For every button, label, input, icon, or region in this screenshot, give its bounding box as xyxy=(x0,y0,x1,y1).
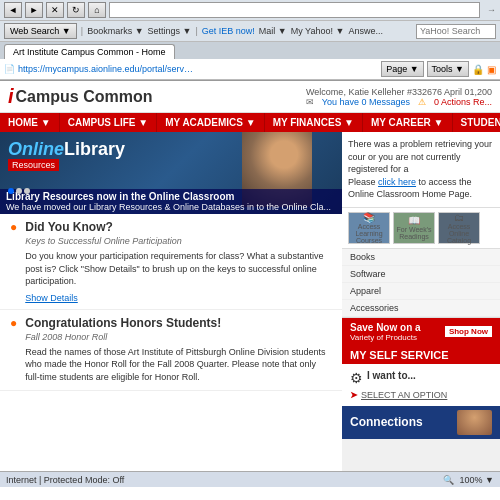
yahoo-search-input[interactable] xyxy=(416,24,496,39)
hero-dot-3[interactable] xyxy=(24,188,30,194)
browser-chrome: ◄ ► ✕ ↻ ⌂ https://mycampus.aionline.edu/… xyxy=(0,0,500,81)
sidebar-links: Books Software Apparel Accessories xyxy=(342,249,500,318)
nav-home[interactable]: HOME ▼ xyxy=(0,113,60,132)
browser-nav-bar: ◄ ► ✕ ↻ ⌂ https://mycampus.aionline.edu/… xyxy=(0,0,500,21)
notice-text: There was a problem retrieving your cour… xyxy=(348,139,492,174)
thumb-online-catalog[interactable]: 🗂 Access Online Catalog xyxy=(438,212,480,244)
actions-link[interactable]: 0 Actions Re... xyxy=(434,97,492,107)
hero-banner: OnlineLibrary Resources Library Resource… xyxy=(0,132,342,214)
did-you-know-text: Do you know your participation requireme… xyxy=(25,250,332,288)
caption-text: We have moved our Library Resources & On… xyxy=(6,202,336,212)
did-you-know-subtitle: Keys to Successful Online Participation xyxy=(25,236,332,246)
online-library-logo: OnlineLibrary Resources xyxy=(8,140,125,171)
hero-dots xyxy=(8,188,30,194)
messages-icon: ✉ xyxy=(306,97,314,107)
zoom-icon: 🔍 xyxy=(443,475,454,485)
sidebar-link-software[interactable]: Software xyxy=(342,266,500,283)
page-address-label: https://mycampus.aionline.edu/portal/ser… xyxy=(18,64,197,74)
online-text: Online xyxy=(8,139,64,159)
hero-dot-2[interactable] xyxy=(16,188,22,194)
congratulations-section: ● Congratulations Honors Students! Fall … xyxy=(0,310,342,391)
answers-link[interactable]: Answe... xyxy=(348,26,383,36)
connections-title: Connections xyxy=(350,415,423,429)
save-now-banner[interactable]: Save Now on a Variety of Products Shop N… xyxy=(342,318,500,346)
back-button[interactable]: ◄ xyxy=(4,2,22,18)
self-service-body: ⚙ I want to... ➤ SELECT AN OPTION xyxy=(342,364,500,406)
select-option-label: SELECT AN OPTION xyxy=(361,390,447,400)
thumb-courses-icon: 📚 xyxy=(363,212,375,223)
active-tab[interactable]: Art Institute Campus Common - Home xyxy=(4,44,175,59)
thumb-weekly-readings[interactable]: 📖 For Week's Readings xyxy=(393,212,435,244)
nav-my-career[interactable]: MY CAREER ▼ xyxy=(363,113,453,132)
select-option-dropdown[interactable]: ➤ SELECT AN OPTION xyxy=(350,390,492,400)
hero-caption: Library Resources now in the Online Clas… xyxy=(0,189,342,214)
status-icons: 🔍 100% ▼ xyxy=(443,475,494,485)
settings-menu[interactable]: Settings ▼ xyxy=(148,26,192,36)
i-want-to-label: I want to... xyxy=(367,370,416,381)
my-self-service-title: MY SELF SERVICE xyxy=(350,349,492,361)
my-yahoo-menu[interactable]: My Yahoo! ▼ xyxy=(291,26,345,36)
shop-now-button[interactable]: Shop Now xyxy=(445,326,492,337)
library-text: Library xyxy=(64,139,125,159)
page-icon: 📄 xyxy=(4,64,15,74)
status-bar: Internet | Protected Mode: Off 🔍 100% ▼ xyxy=(0,471,500,487)
refresh-button[interactable]: ↻ xyxy=(67,2,85,18)
sidebar-link-apparel[interactable]: Apparel xyxy=(342,283,500,300)
did-you-know-title: Did You Know? xyxy=(25,220,332,234)
safety-icon: 🔒 xyxy=(472,64,484,75)
search-bar: https://mycampus.aionline.edu/portal/ser… xyxy=(109,2,496,18)
get-ieb-link[interactable]: Get IEB now! xyxy=(202,26,255,36)
rss-icon: ▣ xyxy=(487,64,496,75)
mail-menu[interactable]: Mail ▼ xyxy=(259,26,287,36)
main-nav: HOME ▼ CAMPUS LIFE ▼ MY ACADEMICS ▼ MY F… xyxy=(0,113,500,132)
left-content: OnlineLibrary Resources Library Resource… xyxy=(0,132,342,471)
page-content: i Campus Common Welcome, Katie Kelleher … xyxy=(0,81,500,471)
thumb-courses-label: Access Learning Courses xyxy=(349,223,389,244)
header-right: Welcome, Katie Kelleher #332676 April 01… xyxy=(306,87,492,107)
did-you-know-bullet: ● xyxy=(10,220,17,234)
forward-button[interactable]: ► xyxy=(25,2,43,18)
logo-i: i xyxy=(8,85,14,108)
select-arrow-icon: ➤ xyxy=(350,390,358,400)
connections-image xyxy=(457,410,492,435)
logo-area: i Campus Common xyxy=(8,85,152,108)
congrats-bullet: ● xyxy=(10,316,17,330)
connections-banner[interactable]: Connections xyxy=(342,406,500,439)
page-menu-button[interactable]: Page ▼ xyxy=(381,61,423,77)
messages-link[interactable]: You have 0 Messages xyxy=(322,97,410,107)
welcome-text: Welcome, Katie Kelleher #332676 April 01… xyxy=(306,87,492,97)
nav-campus-life[interactable]: CAMPUS LIFE ▼ xyxy=(60,113,157,132)
click-here-link[interactable]: click here xyxy=(378,177,416,187)
congrats-subtitle: Fall 2008 Honor Roll xyxy=(25,332,332,342)
warning-icon: ⚠ xyxy=(418,97,426,107)
web-search-button[interactable]: Web Search ▼ xyxy=(4,23,77,39)
logo-text: Campus Common xyxy=(16,88,153,106)
address-input[interactable]: https://mycampus.aionline.edu/portal/ser… xyxy=(109,2,480,18)
nav-student-support[interactable]: STUDENT SUP... xyxy=(453,113,500,132)
nav-my-academics[interactable]: MY ACADEMICS ▼ xyxy=(157,113,264,132)
tab-bar: Art Institute Campus Common - Home xyxy=(0,42,500,59)
nav-my-finances[interactable]: MY FINANCES ▼ xyxy=(265,113,363,132)
self-service-icon: ⚙ xyxy=(350,370,363,386)
sidebar-link-accessories[interactable]: Accessories xyxy=(342,300,500,317)
bookmarks-menu[interactable]: Bookmarks ▼ xyxy=(87,26,143,36)
notice-prefix: Please xyxy=(348,177,378,187)
sidebar-link-books[interactable]: Books xyxy=(342,249,500,266)
thumb-access-courses[interactable]: 📚 Access Learning Courses xyxy=(348,212,390,244)
main-layout: OnlineLibrary Resources Library Resource… xyxy=(0,132,500,471)
tools-menu-button[interactable]: Tools ▼ xyxy=(427,61,469,77)
hero-dot-1[interactable] xyxy=(8,188,14,194)
right-sidebar: There was a problem retrieving your cour… xyxy=(342,132,500,471)
save-now-line1: Save Now on a xyxy=(350,322,421,333)
status-text: Internet | Protected Mode: Off xyxy=(6,475,124,485)
thumb-catalog-icon: 🗂 xyxy=(454,212,464,223)
zoom-level: 100% ▼ xyxy=(460,475,494,485)
sidebar-thumbnails: 📚 Access Learning Courses 📖 For Week's R… xyxy=(342,208,500,249)
home-button[interactable]: ⌂ xyxy=(88,2,106,18)
stop-button[interactable]: ✕ xyxy=(46,2,64,18)
show-details-link[interactable]: Show Details xyxy=(25,293,78,303)
congrats-title: Congratulations Honors Students! xyxy=(25,316,332,330)
my-self-service-header: MY SELF SERVICE xyxy=(342,346,500,364)
thumb-readings-icon: 📖 xyxy=(408,215,420,226)
go-icon: → xyxy=(487,5,496,15)
